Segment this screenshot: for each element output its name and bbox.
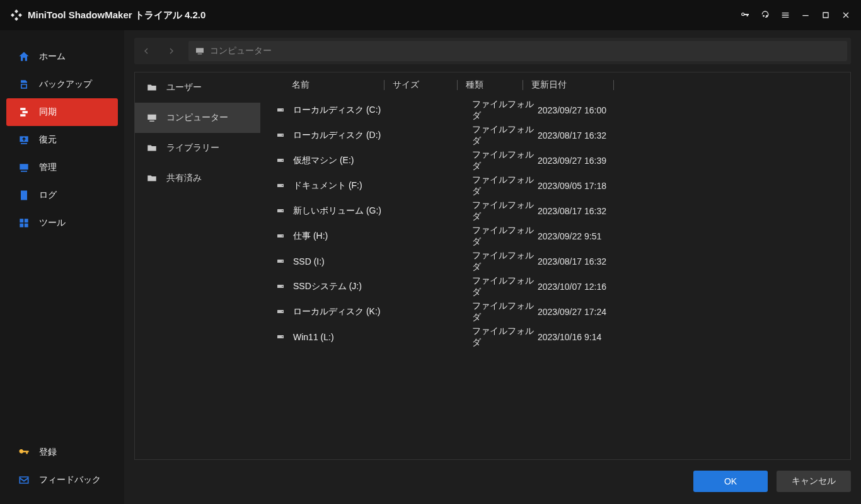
svg-point-7 bbox=[282, 185, 283, 186]
row-name: ローカルディスク (K:) bbox=[293, 306, 452, 318]
drive-row[interactable]: SSD (I:)ファイルフォルダ2023/08/17 16:32 bbox=[260, 249, 850, 274]
sidebar-item-label: 復元 bbox=[39, 134, 57, 146]
computer-icon bbox=[195, 46, 205, 56]
manage-icon bbox=[18, 161, 30, 174]
row-date: 2023/08/17 16:32 bbox=[538, 206, 644, 216]
row-date: 2023/09/22 9:51 bbox=[538, 231, 644, 241]
maximize-button[interactable] bbox=[816, 5, 836, 25]
row-type: ファイルフォルダ bbox=[472, 301, 538, 323]
row-date: 2023/10/07 12:16 bbox=[538, 282, 644, 292]
drive-row[interactable]: 仕事 (H:)ファイルフォルダ2023/09/22 9:51 bbox=[260, 224, 850, 249]
row-name: Win11 (L:) bbox=[293, 332, 452, 342]
content-pane: コンピューター ユーザー コンピューター ライブラリー bbox=[124, 30, 861, 504]
nav-forward-button[interactable] bbox=[163, 43, 180, 59]
column-date[interactable]: 更新日付 bbox=[531, 79, 622, 91]
path-field[interactable]: コンピューター bbox=[188, 41, 847, 61]
nav-back-button[interactable] bbox=[138, 43, 154, 59]
row-name: SSD (I:) bbox=[293, 256, 452, 266]
row-type: ファイルフォルダ bbox=[472, 149, 538, 172]
drive-row[interactable]: ドキュメント (F:)ファイルフォルダ2023/09/05 17:18 bbox=[260, 173, 850, 198]
drive-row[interactable]: ローカルディスク (C:)ファイルフォルダ2023/09/27 16:00 bbox=[260, 98, 850, 123]
restore-icon bbox=[18, 134, 30, 146]
path-text: コンピューター bbox=[210, 45, 272, 57]
mail-icon bbox=[18, 474, 30, 486]
sidebar-item-label: 管理 bbox=[39, 162, 57, 173]
row-date: 2023/10/16 9:14 bbox=[538, 332, 644, 342]
sidebar-item-tools[interactable]: ツール bbox=[6, 209, 118, 237]
quick-item-label: コンピューター bbox=[166, 112, 228, 123]
log-icon bbox=[18, 189, 30, 202]
row-name: 仕事 (H:) bbox=[293, 231, 452, 242]
svg-point-1 bbox=[282, 110, 283, 111]
dialog-footer: OK キャンセル bbox=[134, 460, 851, 493]
svg-point-3 bbox=[282, 135, 283, 136]
drive-row[interactable]: SSDシステム (J:)ファイルフォルダ2023/10/07 12:16 bbox=[260, 274, 850, 299]
sidebar-item-label: バックアップ bbox=[39, 79, 92, 90]
svg-point-15 bbox=[282, 286, 283, 287]
sidebar-item-sync[interactable]: 同期 bbox=[6, 98, 118, 126]
column-type[interactable]: 種類 bbox=[466, 79, 531, 91]
titlebar: MiniTool ShadowMaker トライアル 4.2.0 bbox=[0, 0, 861, 30]
sidebar-item-manage[interactable]: 管理 bbox=[6, 154, 118, 181]
row-date: 2023/09/27 16:00 bbox=[538, 105, 644, 115]
user-folder-icon bbox=[146, 82, 158, 93]
quick-item-library[interactable]: ライブラリー bbox=[135, 133, 260, 163]
quick-item-user[interactable]: ユーザー bbox=[135, 72, 260, 103]
menu-icon[interactable] bbox=[775, 5, 795, 25]
row-type: ファイルフォルダ bbox=[472, 275, 538, 298]
row-name: 新しいボリューム (G:) bbox=[293, 205, 452, 217]
computer-icon bbox=[146, 112, 158, 123]
close-button[interactable] bbox=[836, 5, 856, 25]
help-icon[interactable] bbox=[755, 5, 775, 25]
quick-item-shared[interactable]: 共有済み bbox=[135, 163, 260, 193]
row-name: ドキュメント (F:) bbox=[293, 180, 452, 192]
activate-license-icon[interactable] bbox=[735, 5, 755, 25]
drive-icon bbox=[275, 132, 287, 139]
cancel-button[interactable]: キャンセル bbox=[777, 471, 851, 492]
drive-row[interactable]: ローカルディスク (D:)ファイルフォルダ2023/08/17 16:32 bbox=[260, 123, 850, 148]
column-headers: 名前 サイズ 種類 更新日付 bbox=[260, 72, 850, 98]
sync-icon bbox=[18, 106, 30, 118]
svg-point-5 bbox=[282, 160, 283, 161]
svg-point-9 bbox=[282, 210, 283, 212]
drive-row[interactable]: 仮想マシン (E:)ファイルフォルダ2023/09/27 16:39 bbox=[260, 148, 850, 173]
sidebar-item-feedback[interactable]: フィードバック bbox=[6, 466, 118, 494]
drive-row[interactable]: 新しいボリューム (G:)ファイルフォルダ2023/08/17 16:32 bbox=[260, 198, 850, 224]
drive-icon bbox=[275, 182, 287, 190]
sidebar-item-backup[interactable]: バックアップ bbox=[6, 71, 118, 98]
quick-item-computer[interactable]: コンピューター bbox=[135, 103, 260, 133]
drive-row[interactable]: Win11 (L:)ファイルフォルダ2023/10/16 9:14 bbox=[260, 324, 850, 350]
row-name: SSDシステム (J:) bbox=[293, 281, 452, 292]
row-name: 仮想マシン (E:) bbox=[293, 155, 452, 166]
row-type: ファイルフォルダ bbox=[472, 175, 538, 197]
column-size[interactable]: サイズ bbox=[393, 79, 466, 91]
row-name: ローカルディスク (C:) bbox=[293, 105, 452, 116]
svg-point-17 bbox=[282, 311, 283, 312]
sidebar-item-register[interactable]: 登録 bbox=[6, 438, 118, 466]
ok-button[interactable]: OK bbox=[693, 471, 768, 492]
sidebar-item-home[interactable]: ホーム bbox=[6, 43, 118, 71]
drive-icon bbox=[275, 232, 287, 240]
row-name: ローカルディスク (D:) bbox=[293, 130, 452, 141]
minimize-button[interactable] bbox=[795, 5, 816, 25]
backup-icon bbox=[18, 78, 30, 91]
column-name[interactable]: 名前 bbox=[292, 79, 393, 91]
folder-icon bbox=[146, 173, 158, 184]
row-type: ファイルフォルダ bbox=[472, 124, 538, 147]
quick-item-label: ユーザー bbox=[166, 82, 202, 93]
quick-item-label: ライブラリー bbox=[166, 142, 219, 154]
drive-icon bbox=[275, 106, 287, 114]
svg-point-11 bbox=[282, 236, 283, 237]
drive-icon bbox=[275, 207, 287, 215]
sidebar-item-log[interactable]: ログ bbox=[6, 181, 118, 209]
row-date: 2023/09/05 17:18 bbox=[538, 181, 644, 191]
drive-icon bbox=[275, 258, 287, 265]
row-date: 2023/09/27 16:39 bbox=[538, 156, 644, 166]
sidebar-item-restore[interactable]: 復元 bbox=[6, 126, 118, 154]
sidebar-item-label: フィードバック bbox=[39, 474, 101, 486]
drive-row[interactable]: ローカルディスク (K:)ファイルフォルダ2023/09/27 17:24 bbox=[260, 299, 850, 324]
row-date: 2023/09/27 17:24 bbox=[538, 307, 644, 317]
home-icon bbox=[18, 50, 30, 63]
row-date: 2023/08/17 16:32 bbox=[538, 130, 644, 140]
row-date: 2023/08/17 16:32 bbox=[538, 256, 644, 266]
